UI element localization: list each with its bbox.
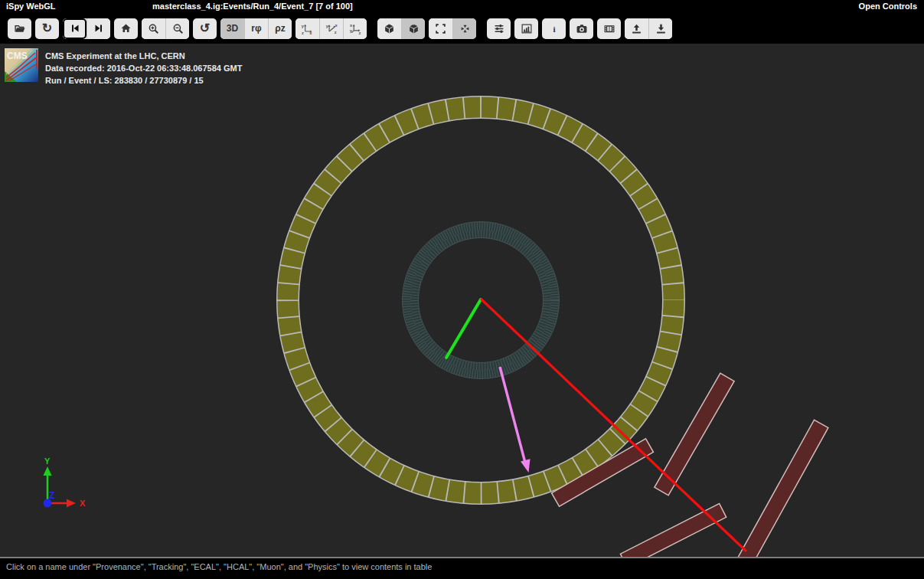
next-event-button[interactable]	[87, 18, 110, 39]
x-axis-label: X	[80, 499, 86, 508]
x-axis-arrowhead	[67, 499, 76, 508]
axis-gizmo: Y X Z	[44, 456, 87, 508]
status-bar: Click on a name under "Provenance", "Tra…	[0, 557, 924, 579]
download-button[interactable]	[648, 18, 672, 39]
axes-yxz-icon: y x z	[325, 22, 338, 34]
undo-icon: ↺	[200, 22, 210, 34]
y-axis-arrowhead	[44, 466, 52, 476]
svg-text:z: z	[302, 31, 304, 34]
svg-text:z: z	[334, 30, 336, 34]
screenshot-button[interactable]	[570, 18, 593, 39]
svg-text:x: x	[335, 23, 338, 28]
svg-text:x: x	[309, 31, 312, 34]
film-icon	[603, 23, 615, 34]
enter-fullscreen-button[interactable]	[429, 18, 452, 39]
cube-wireframe-icon	[384, 23, 395, 34]
info-icon: i	[550, 23, 559, 34]
exit-fullscreen-button[interactable]	[452, 18, 476, 39]
title-bar: iSpy WebGL masterclass_4.ig:Events/Run_4…	[0, 0, 924, 13]
met-arrow-head	[521, 459, 531, 473]
refresh-icon: ↻	[42, 22, 52, 34]
animation-button[interactable]	[597, 18, 621, 39]
home-view-button[interactable]	[114, 18, 138, 39]
next-event-icon	[93, 23, 104, 34]
data-recorded: Data recorded: 2016-Oct-22 06:33:48.0675…	[45, 62, 242, 74]
collapse-icon	[459, 23, 471, 34]
event-scene: Y X Z	[0, 44, 924, 557]
run-event-ls: Run / Event / LS: 283830 / 27730879 / 15	[45, 74, 242, 87]
axes-xyz-icon: x y z	[349, 22, 362, 34]
met-arrow-shaft	[500, 367, 525, 463]
histogram-button[interactable]	[514, 18, 538, 39]
event-file-title: masterclass_4.ig:Events/Run_4/Event_7 [7…	[152, 0, 353, 13]
cms-logo: CMS	[5, 48, 38, 82]
upload-button[interactable]	[625, 18, 648, 39]
sliders-icon	[493, 23, 505, 34]
reload-button[interactable]: ↻	[35, 18, 59, 39]
perspective-view-button[interactable]	[377, 18, 401, 39]
svg-text:i: i	[553, 24, 555, 33]
previous-event-icon	[70, 23, 80, 34]
open-file-button[interactable]	[8, 18, 31, 39]
svg-text:z: z	[358, 31, 361, 34]
open-controls-button[interactable]: Open Controls	[859, 0, 917, 13]
axes-yxz-button[interactable]: y x z	[319, 18, 343, 39]
download-icon	[655, 23, 667, 34]
view-rhoz-button[interactable]: ρz	[268, 18, 292, 39]
settings-button[interactable]	[487, 18, 511, 39]
undo-button[interactable]: ↺	[193, 18, 217, 39]
axes-xyz-button[interactable]: x y z	[343, 18, 367, 39]
svg-text:CMS: CMS	[7, 51, 28, 61]
experiment-title: CMS Experiment at the LHC, CERN	[45, 50, 242, 62]
event-info-overlay: CMS CMS Experiment at the LHC, CERN Data…	[5, 48, 242, 87]
folder-open-icon	[14, 23, 26, 34]
toolbar: ↻	[0, 13, 924, 44]
axes-yzx-button[interactable]: y z x	[295, 18, 319, 39]
app-title: iSpy WebGL	[6, 0, 56, 13]
zoom-out-icon	[172, 23, 184, 34]
orthographic-view-button[interactable]	[401, 18, 425, 39]
y-axis-label: Y	[44, 456, 51, 466]
zoom-out-button[interactable]	[165, 18, 189, 39]
svg-text:y: y	[302, 24, 305, 28]
svg-text:x: x	[350, 23, 353, 28]
previous-event-button[interactable]	[63, 18, 87, 39]
met-arrow[interactable]	[500, 367, 531, 473]
event-display-canvas[interactable]: Y X Z CMS CMS Experime	[0, 44, 924, 557]
view-3d-button[interactable]: 3D	[220, 18, 244, 39]
histogram-icon	[521, 23, 533, 34]
status-message: Click on a name under "Provenance", "Tra…	[6, 562, 432, 571]
view-rphi-button[interactable]: rφ	[244, 18, 268, 39]
axes-yzx-icon: y z x	[301, 22, 314, 34]
muon-track-green[interactable]	[446, 299, 481, 358]
cube-vertices-icon	[408, 23, 420, 34]
zoom-in-icon	[148, 23, 159, 34]
info-button[interactable]: i	[542, 18, 566, 39]
upload-icon	[631, 23, 642, 34]
home-icon	[120, 23, 132, 34]
zoom-in-button[interactable]	[142, 18, 165, 39]
muon-chamber[interactable]	[620, 503, 726, 557]
muon-chamber[interactable]	[738, 420, 828, 557]
expand-icon	[435, 23, 446, 34]
z-axis-label: Z	[49, 490, 54, 501]
camera-icon	[576, 23, 588, 34]
